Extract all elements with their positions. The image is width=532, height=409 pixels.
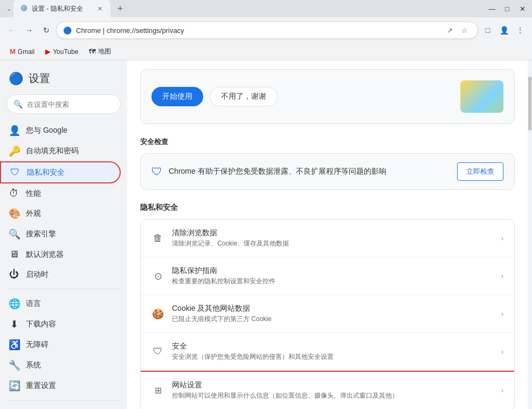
sidebar-item-appearance[interactable]: 🎨 外观 — [0, 203, 121, 224]
address-actions: ↗ ☆ — [443, 24, 471, 37]
sidebar-item-label: 搜索引擎 — [26, 229, 56, 239]
sidebar-item-extensions[interactable]: 🧩 扩展程序 ↗ — [0, 405, 121, 409]
maps-label: 地图 — [98, 47, 111, 56]
row-subtitle: 检查重要的隐私控制设置和安全控件 — [172, 277, 494, 286]
new-tab-button[interactable]: + — [113, 1, 128, 16]
privacy-section: 隐私和安全 🗑 清除浏览数据 清除浏览记录、Cookie、缓存及其他数据 › ⊙ — [140, 203, 515, 409]
toolbar-right: □ 👤 ⋮ — [480, 23, 528, 38]
window-controls: — □ ✕ — [487, 3, 528, 14]
titlebar-left: ⌄ ⚙️ 设置 - 隐私和安全 ✕ + — [4, 0, 128, 17]
security-row[interactable]: 🛡 安全 安全浏览（保护您免受危险网站的侵害）和其他安全设置 › — [141, 333, 514, 371]
refresh-button[interactable]: ↻ — [39, 23, 54, 38]
check-now-button[interactable]: 立即检查 — [457, 162, 503, 181]
privacy-guide-icon: ⊙ — [151, 270, 164, 282]
cookie-icon: 🍪 — [151, 308, 164, 320]
extensions-button[interactable]: □ — [480, 23, 495, 38]
sidebar-item-startup[interactable]: ⏻ 启动时 — [0, 264, 121, 284]
trash-icon: 🗑 — [151, 233, 164, 244]
chevron-right-icon: › — [501, 387, 503, 394]
site-settings-row[interactable]: ⊞ 网站设置 控制网站可以使用和显示什么信息（如位置信息、摄像头、弹出式窗口及其… — [140, 371, 515, 409]
sidebar-item-label: 下载内容 — [26, 319, 56, 329]
downloads-icon: ⬇ — [9, 318, 19, 330]
maximize-button[interactable]: □ — [502, 3, 513, 14]
search-engine-icon: 🔍 — [9, 228, 19, 240]
close-button[interactable]: ✕ — [517, 3, 528, 14]
safety-check-title: 安全检查 — [140, 137, 515, 147]
sidebar-item-browser[interactable]: 🖥 默认浏览器 — [0, 244, 121, 264]
bookmark-button[interactable]: ☆ — [458, 24, 471, 37]
privacy-icon: 🛡 — [10, 167, 20, 178]
top-card-buttons: 开始使用 不用了，谢谢 — [151, 87, 278, 106]
row-title: 隐私保护指南 — [172, 266, 494, 276]
settings-header[interactable]: 🔵 设置 — [0, 67, 127, 94]
sidebar-item-downloads[interactable]: ⬇ 下载内容 — [0, 314, 121, 335]
sidebar-item-autofill[interactable]: 🔑 自动填充和密码 — [0, 141, 121, 161]
safety-check-section: 安全检查 🛡 Chrome 有助于保护您免受数据泄露、不良扩展程序等问题的影响 … — [140, 137, 515, 190]
address-bar[interactable]: 🔵 Chrome | chrome://settings/privacy ↗ ☆ — [56, 22, 478, 39]
scrollbar-track[interactable] — [528, 60, 532, 409]
gmail-label: Gmail — [18, 48, 34, 56]
sidebar-item-label: 性能 — [26, 189, 41, 199]
google-icon: 👤 — [9, 125, 19, 137]
back-button[interactable]: ← — [4, 23, 19, 38]
search-icon: 🔍 — [13, 100, 23, 108]
row-subtitle: 已阻止无痕模式下的第三方 Cookie — [172, 315, 494, 324]
chrome-logo-icon: 🔵 — [9, 72, 23, 86]
menu-button[interactable]: ⋮ — [513, 23, 528, 38]
content-inner: 开始使用 不用了，谢谢 安全检查 🛡 Chrome 有助于保护您免受数据泄露、不… — [127, 60, 528, 409]
sidebar-item-reset[interactable]: 🔄 重置设置 — [0, 376, 121, 396]
main-container: 🔵 设置 🔍 👤 您与 Google 🔑 自动填充和密码 🛡 隐私和安全 ⏱ 性… — [0, 60, 532, 409]
sidebar-item-privacy[interactable]: 🛡 隐私和安全 — [0, 161, 121, 183]
sidebar-item-label: 重置设置 — [26, 381, 56, 391]
sidebar-item-accessibility[interactable]: ♿ 无障碍 — [0, 335, 121, 355]
sidebar-item-label: 启动时 — [26, 270, 49, 280]
sidebar-item-performance[interactable]: ⏱ 性能 — [0, 183, 121, 203]
privacy-settings-card: 🗑 清除浏览数据 清除浏览记录、Cookie、缓存及其他数据 › ⊙ 隐私保护指… — [140, 219, 515, 409]
sidebar-item-label: 您与 Google — [26, 126, 67, 135]
language-icon: 🌐 — [9, 298, 19, 310]
sidebar-item-google[interactable]: 👤 您与 Google — [0, 120, 121, 141]
scrollbar-thumb[interactable] — [528, 77, 531, 131]
decline-button[interactable]: 不用了，谢谢 — [210, 87, 278, 106]
row-content: 网站设置 控制网站可以使用和显示什么信息（如位置信息、摄像头、弹出式窗口及其他） — [172, 380, 494, 400]
cookies-row[interactable]: 🍪 Cookie 及其他网站数据 已阻止无痕模式下的第三方 Cookie › — [141, 295, 514, 333]
forward-button[interactable]: → — [22, 23, 37, 38]
settings-search-box[interactable]: 🔍 — [6, 94, 121, 114]
sidebar-item-label: 默认浏览器 — [26, 250, 64, 260]
autofill-icon: 🔑 — [9, 145, 19, 157]
privacy-guide-row[interactable]: ⊙ 隐私保护指南 检查重要的隐私控制设置和安全控件 › — [141, 257, 514, 295]
bookmark-maps[interactable]: 🗺 地图 — [86, 46, 114, 57]
minimize-button[interactable]: — — [487, 3, 498, 14]
row-subtitle: 控制网站可以使用和显示什么信息（如位置信息、摄像头、弹出式窗口及其他） — [172, 391, 494, 400]
profile-button[interactable]: 👤 — [496, 23, 512, 38]
content-area: 开始使用 不用了，谢谢 安全检查 🛡 Chrome 有助于保护您免受数据泄露、不… — [127, 60, 528, 409]
sidebar-item-language[interactable]: 🌐 语言 — [0, 294, 121, 314]
sidebar-divider — [9, 289, 119, 289]
row-subtitle: 安全浏览（保护您免受危险网站的侵害）和其他安全设置 — [172, 352, 494, 362]
search-input[interactable] — [27, 100, 118, 108]
shield-icon: 🛡 — [151, 346, 164, 357]
reset-icon: 🔄 — [9, 380, 19, 392]
performance-icon: ⏱ — [9, 188, 19, 199]
tab-close-button[interactable]: ✕ — [95, 4, 104, 13]
sidebar-item-system[interactable]: 🔧 系统 — [0, 355, 121, 376]
bookmark-gmail[interactable]: M Gmail — [6, 46, 38, 57]
tab-settings-icon: ⚙️ — [20, 4, 29, 13]
clear-data-row[interactable]: 🗑 清除浏览数据 清除浏览记录、Cookie、缓存及其他数据 › — [141, 220, 514, 257]
start-button[interactable]: 开始使用 — [151, 87, 203, 106]
bookmark-youtube[interactable]: ▶ YouTube — [42, 46, 81, 57]
accessibility-icon: ♿ — [9, 339, 19, 351]
chevron-icon[interactable]: ⌄ — [6, 5, 11, 12]
row-content: 隐私保护指南 检查重要的隐私控制设置和安全控件 — [172, 266, 494, 286]
sidebar-item-search[interactable]: 🔍 搜索引擎 — [0, 224, 121, 244]
sidebar-item-label: 自动填充和密码 — [26, 146, 79, 156]
gmail-icon: M — [10, 47, 16, 56]
row-content: 清除浏览数据 清除浏览记录、Cookie、缓存及其他数据 — [172, 228, 494, 248]
appearance-icon: 🎨 — [9, 208, 19, 220]
address-text: Chrome | chrome://settings/privacy — [76, 26, 439, 35]
youtube-label: YouTube — [53, 48, 78, 56]
sidebar-divider-2 — [9, 400, 119, 401]
top-card: 开始使用 不用了，谢谢 — [140, 69, 515, 124]
active-tab[interactable]: ⚙️ 设置 - 隐私和安全 ✕ — [13, 0, 110, 17]
share-button[interactable]: ↗ — [443, 24, 456, 37]
